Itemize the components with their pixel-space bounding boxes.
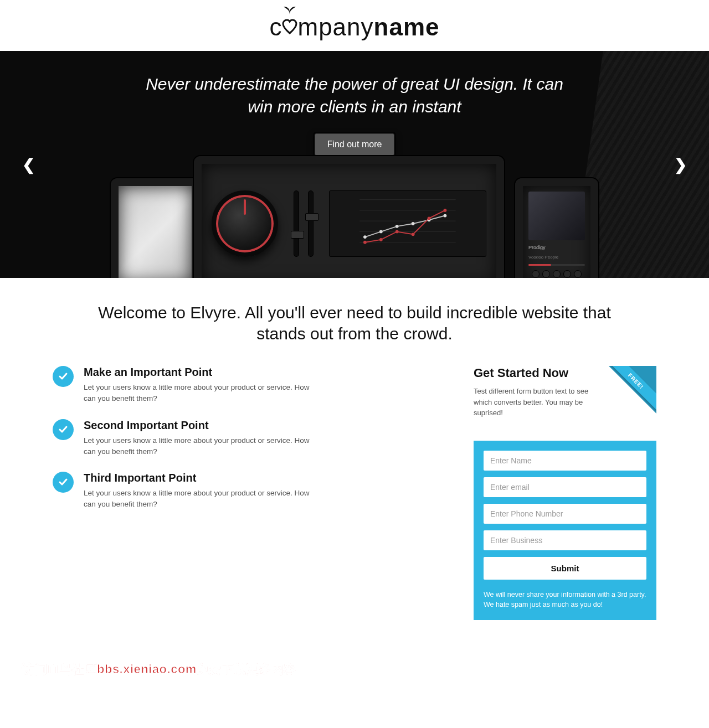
feature-point: Second Important Point Let your users kn…: [53, 419, 440, 458]
site-header: c mpany name: [0, 0, 709, 51]
chart-widget: [329, 190, 486, 257]
device-tablet-left: [111, 178, 199, 278]
check-icon: [53, 419, 74, 440]
business-field[interactable]: [484, 530, 646, 550]
svg-point-16: [444, 209, 447, 212]
carousel-prev-button[interactable]: ❮: [22, 156, 35, 174]
hero-carousel: Never underestimate the power of great U…: [0, 51, 709, 278]
submit-button[interactable]: Submit: [484, 557, 646, 580]
heart-o-icon: [282, 19, 297, 35]
logo-heart-o: [282, 13, 297, 41]
svg-point-12: [379, 238, 383, 241]
name-field[interactable]: [484, 451, 646, 471]
svg-point-11: [363, 241, 367, 244]
svg-point-15: [428, 216, 431, 220]
check-icon: [53, 366, 74, 387]
feature-point-body: Let your users know a little more about …: [84, 488, 316, 510]
music-artist: Prodigy: [528, 245, 585, 250]
signup-sub: Test different form button text to see w…: [474, 386, 590, 419]
feature-points-column: Make an Important Point Let your users k…: [53, 366, 440, 620]
feature-point-title: Make an Important Point: [84, 366, 316, 379]
carousel-next-button[interactable]: ❯: [674, 156, 687, 174]
logo-part-left: c: [269, 13, 282, 41]
logo: c mpany name: [269, 13, 439, 41]
email-field[interactable]: [484, 477, 646, 497]
svg-point-5: [363, 235, 367, 239]
feature-point: Make an Important Point Let your users k…: [53, 366, 440, 405]
privacy-note: We will never share your information wit…: [484, 590, 646, 611]
logo-part-mid: mpany: [297, 13, 373, 41]
signup-column: FREE! Get Started Now Test different for…: [474, 366, 656, 620]
svg-point-7: [395, 225, 399, 228]
logo-part-right: name: [374, 13, 440, 41]
device-phone-right: Prodigy Voodoo People: [515, 178, 598, 278]
line-chart-icon: [335, 194, 480, 253]
slider-1: [294, 190, 299, 257]
welcome-heading: Welcome to Elvyre. All you'll ever need …: [53, 278, 656, 360]
forward-icon: [563, 270, 571, 278]
svg-point-6: [379, 230, 383, 234]
slider-2: [308, 190, 314, 257]
pause-icon: [553, 270, 561, 278]
svg-point-10: [444, 214, 447, 218]
leaf-icon: [282, 6, 297, 14]
album-art: [528, 192, 585, 240]
free-ribbon: FREE!: [609, 366, 656, 414]
signup-form: Submit We will never share your informat…: [474, 441, 656, 621]
feature-point: Third Important Point Let your users kno…: [53, 472, 440, 510]
phone-field[interactable]: [484, 504, 646, 524]
feature-point-body: Let your users know a little more about …: [84, 382, 316, 405]
player-controls: [528, 270, 585, 278]
knob-widget: [212, 190, 278, 257]
svg-point-8: [412, 222, 415, 225]
feature-point-title: Second Important Point: [84, 419, 316, 432]
watermark-text: 访问血鸟社区bbs.xieniao.com免费下载更多内容: [0, 659, 709, 683]
next-track-icon: [574, 270, 582, 278]
svg-point-14: [412, 233, 415, 236]
feature-point-title: Third Important Point: [84, 472, 316, 484]
music-track: Voodoo People: [528, 255, 585, 260]
progress-bar: [528, 264, 585, 266]
device-monitor-center: ★★★☆☆: [194, 156, 504, 278]
prev-track-icon: [532, 270, 540, 278]
svg-point-13: [395, 230, 399, 234]
hero-headline: Never underestimate the power of great U…: [144, 51, 565, 118]
sliders-widget: [294, 190, 314, 257]
hero-devices-mock: ★★★☆☆ Prodigy Voodoo People: [111, 151, 598, 278]
feature-point-body: Let your users know a little more about …: [84, 435, 316, 458]
rewind-icon: [542, 270, 550, 278]
ribbon-label: FREE!: [609, 366, 656, 414]
check-icon: [53, 472, 74, 493]
